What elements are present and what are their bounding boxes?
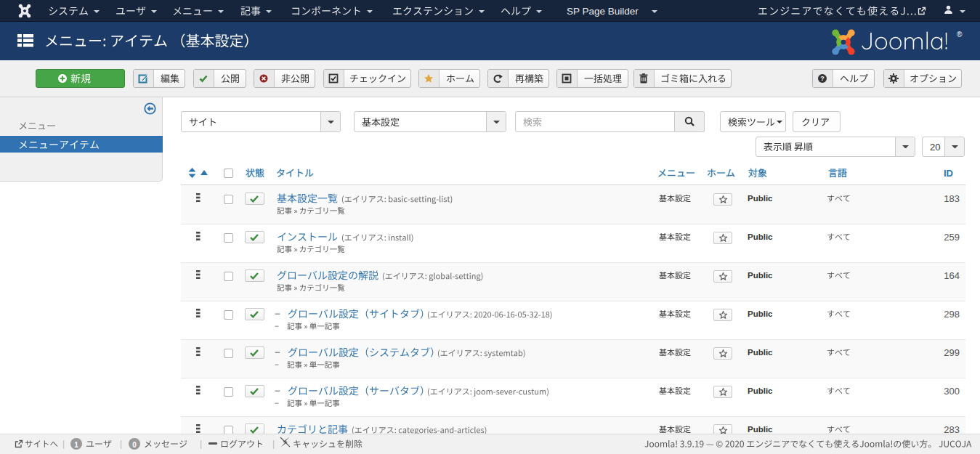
- svg-text:?: ?: [820, 75, 825, 82]
